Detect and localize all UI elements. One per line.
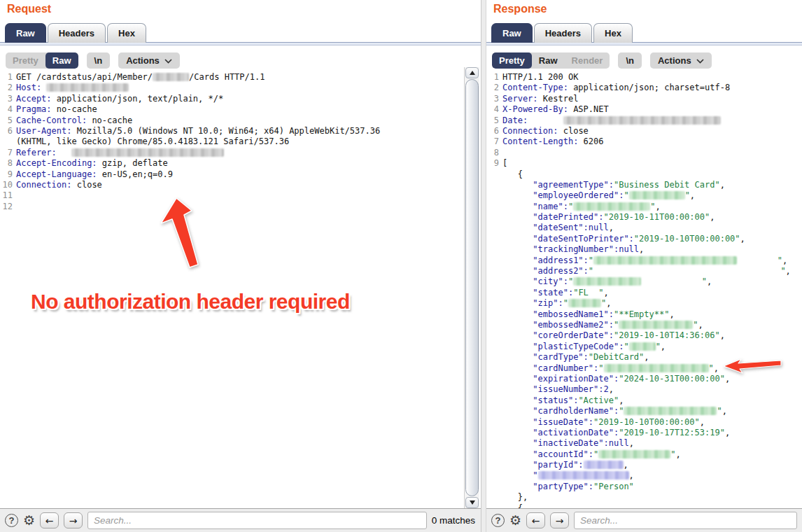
editor-line: "partyType":"Person" bbox=[486, 482, 802, 492]
response-pretty-button[interactable]: Pretty bbox=[492, 52, 532, 69]
editor-line: "partyId":, bbox=[486, 460, 802, 470]
response-newline-button[interactable]: \n bbox=[618, 52, 642, 69]
request-scrollbar[interactable] bbox=[464, 67, 479, 508]
editor-line: "inactiveDate":null, bbox=[486, 438, 802, 449]
line-number bbox=[486, 503, 499, 508]
editor-line: "plasticTypeCode":"", bbox=[486, 342, 802, 352]
response-editor[interactable]: 1HTTP/1.1 200 OK2Content-Type: applicati… bbox=[486, 72, 802, 508]
line-number: 7 bbox=[486, 136, 499, 147]
editor-line: 2Host: bbox=[0, 83, 463, 93]
tab-request-headers[interactable]: Headers bbox=[48, 23, 106, 43]
scrollbar-thumb[interactable] bbox=[465, 79, 479, 496]
scroll-down-button[interactable] bbox=[465, 497, 479, 508]
tab-response-headers[interactable]: Headers bbox=[534, 23, 592, 43]
line-number bbox=[486, 190, 499, 201]
redacted-text bbox=[584, 461, 624, 469]
response-search-input[interactable] bbox=[574, 512, 797, 529]
help-icon[interactable]: ? bbox=[491, 514, 505, 527]
line-number: 5 bbox=[486, 115, 499, 126]
editor-line: "city":" ", bbox=[486, 276, 802, 287]
gear-icon[interactable]: ⚙ bbox=[509, 514, 521, 527]
response-actions-button[interactable]: Actions bbox=[650, 52, 712, 69]
editor-line: { bbox=[486, 503, 802, 508]
editor-line: "employeeOrdered":"", bbox=[486, 190, 802, 201]
tab-response-raw[interactable]: Raw bbox=[491, 23, 533, 43]
editor-line: 1HTTP/1.1 200 OK bbox=[486, 72, 802, 83]
line-number: 10 bbox=[0, 180, 13, 190]
request-raw-button[interactable]: Raw bbox=[45, 52, 78, 69]
response-raw-button[interactable]: Raw bbox=[532, 52, 565, 69]
line-number bbox=[486, 470, 499, 481]
scroll-up-button[interactable] bbox=[465, 67, 479, 78]
editor-line: 9Accept-Language: en-US,en;q=0.9 bbox=[0, 169, 463, 180]
redacted-text bbox=[71, 148, 224, 157]
line-number bbox=[486, 330, 499, 341]
line-number: 9 bbox=[486, 158, 499, 169]
editor-line: 8Accept-Encoding: gzip, deflate bbox=[0, 158, 463, 169]
editor-line: "datePrinted":"2019-10-11T00:00:00", bbox=[486, 212, 802, 223]
redacted-text bbox=[624, 407, 717, 415]
response-render-button[interactable]: Render bbox=[565, 52, 610, 69]
line-number bbox=[486, 384, 499, 395]
triangle-up-icon bbox=[470, 71, 475, 75]
editor-line: 6User-Agent: Mozilla/5.0 (Windows NT 10.… bbox=[0, 126, 463, 136]
request-newline-button[interactable]: \n bbox=[87, 52, 111, 69]
request-search-input[interactable] bbox=[87, 512, 427, 529]
request-statusbar: ? ⚙ ← → 0 matches bbox=[0, 508, 481, 532]
line-number bbox=[486, 363, 499, 374]
request-actions-button[interactable]: Actions bbox=[118, 52, 180, 69]
request-pretty-button[interactable]: Pretty bbox=[6, 52, 45, 69]
editor-line: 11 bbox=[0, 190, 463, 201]
redacted-text bbox=[593, 256, 737, 265]
line-number bbox=[486, 320, 499, 330]
editor-line: "cardholderName":"", bbox=[486, 406, 802, 416]
line-number bbox=[486, 374, 499, 384]
line-number bbox=[486, 288, 499, 298]
line-number: 8 bbox=[0, 158, 13, 169]
tab-response-hex[interactable]: Hex bbox=[593, 23, 633, 43]
redacted-text bbox=[629, 342, 656, 351]
editor-line: 12 bbox=[0, 202, 463, 212]
editor-line: 7Content-Length: 6206 bbox=[486, 136, 802, 147]
line-number: 6 bbox=[486, 126, 499, 136]
request-panel-title: Request bbox=[7, 3, 51, 15]
response-panel: Response Raw Headers Hex Pretty Raw Rend… bbox=[486, 0, 802, 532]
line-number: 3 bbox=[0, 94, 13, 104]
line-number bbox=[486, 223, 499, 233]
editor-line: 7Referer: bbox=[0, 148, 463, 158]
redacted-text bbox=[629, 191, 685, 200]
line-number: 1 bbox=[486, 72, 499, 83]
editor-line: "expirationDate":"2024-10-31T00:00:00", bbox=[486, 374, 802, 384]
line-number bbox=[486, 428, 499, 438]
line-number bbox=[486, 276, 499, 287]
panel-divider[interactable] bbox=[481, 0, 486, 532]
search-prev-button[interactable]: ← bbox=[526, 512, 545, 528]
line-number bbox=[486, 212, 499, 223]
line-number: 1 bbox=[0, 72, 13, 83]
line-number: 8 bbox=[486, 148, 499, 158]
editor-line: "status":"Active", bbox=[486, 396, 802, 406]
editor-line: "zip":"", bbox=[486, 298, 802, 309]
line-number bbox=[486, 482, 499, 492]
line-number bbox=[486, 342, 499, 352]
editor-line: "address2":" ", bbox=[486, 266, 802, 276]
search-next-button[interactable]: → bbox=[64, 512, 83, 528]
help-icon[interactable]: ? bbox=[5, 514, 18, 527]
editor-line: "issueDate":"2019-10-10T00:00:00", bbox=[486, 417, 802, 428]
editor-line: "state":"FL ", bbox=[486, 288, 802, 298]
redacted-text bbox=[604, 364, 709, 372]
annotation-arrow-left-icon bbox=[724, 358, 782, 375]
editor-line: 5Date: bbox=[486, 115, 802, 126]
response-statusbar: ? ⚙ ← → bbox=[486, 508, 802, 532]
editor-line: "accountId":"", bbox=[486, 449, 802, 460]
search-prev-button[interactable]: ← bbox=[40, 512, 59, 528]
gear-icon[interactable]: ⚙ bbox=[23, 514, 35, 527]
line-number bbox=[486, 255, 499, 266]
tab-request-hex[interactable]: Hex bbox=[107, 23, 146, 43]
tab-request-raw[interactable]: Raw bbox=[5, 23, 46, 43]
editor-line: 10Connection: close bbox=[0, 180, 463, 190]
search-next-button[interactable]: → bbox=[550, 512, 569, 528]
line-number bbox=[486, 244, 499, 255]
editor-line: "coreOrderDate":"2019-10-10T14:36:06", bbox=[486, 330, 802, 341]
line-number: 2 bbox=[0, 83, 13, 93]
